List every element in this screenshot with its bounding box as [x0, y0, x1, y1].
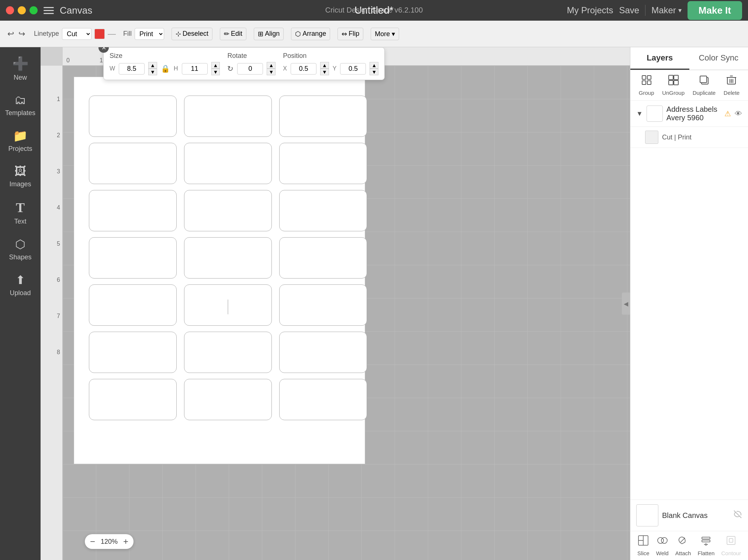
svg-rect-4 [669, 75, 673, 80]
layer-visibility-icon[interactable]: 👁 [735, 110, 742, 118]
svg-rect-23 [702, 540, 710, 542]
rotate-input[interactable] [237, 63, 263, 75]
blank-canvas-visibility-button[interactable] [733, 510, 742, 521]
blank-canvas-label: Blank Canvas [662, 511, 730, 520]
more-label: More ▾ [375, 30, 395, 38]
ungroup-button[interactable]: UnGroup [662, 75, 685, 96]
redo-button[interactable]: ↪ [17, 28, 27, 40]
linetype-select[interactable]: Cut [62, 28, 91, 40]
layers-toolbar: Group UnGroup [630, 70, 748, 101]
weld-button[interactable]: Weld [656, 535, 669, 556]
hamburger-menu-button[interactable] [42, 6, 55, 15]
duplicate-icon [699, 75, 710, 88]
y-decrement-button[interactable]: ▼ [370, 69, 378, 75]
blank-canvas-row[interactable]: Blank Canvas [630, 500, 748, 531]
attach-button[interactable]: Attach [675, 535, 691, 556]
canvas-side-handle[interactable]: ◀ [622, 293, 630, 315]
sub-layer-item[interactable]: Cut | Print [630, 127, 748, 148]
ruler-left-6: 6 [57, 277, 60, 283]
tab-layers[interactable]: Layers [630, 47, 689, 70]
fullscreen-traffic-light[interactable] [30, 6, 38, 14]
contour-button[interactable]: Contour [721, 535, 741, 556]
right-sidebar: Layers Color Sync Group [630, 47, 748, 560]
edit-button[interactable]: ✏ Edit [220, 28, 246, 40]
width-stepper: ▲ ▼ [148, 62, 157, 75]
height-decrement-button[interactable]: ▼ [211, 69, 220, 75]
sub-layer-thumbnail [645, 131, 658, 144]
make-it-button[interactable]: Make It [688, 1, 742, 20]
deselect-button[interactable]: ⊹ Deselect [172, 28, 212, 40]
tab-color-sync[interactable]: Color Sync [689, 47, 748, 70]
undo-button[interactable]: ↩ [6, 28, 15, 40]
duplicate-button[interactable]: Duplicate [693, 75, 716, 96]
x-increment-button[interactable]: ▲ [320, 62, 329, 69]
my-projects-button[interactable]: My Projects [567, 5, 613, 15]
sidebar-upload-label: Upload [10, 289, 31, 297]
ungroup-icon [668, 75, 679, 88]
x-decrement-button[interactable]: ▼ [320, 69, 329, 75]
sidebar-item-projects[interactable]: 📁 Projects [0, 123, 41, 159]
label-cell [279, 332, 367, 373]
y-increment-button[interactable]: ▲ [370, 62, 378, 69]
y-input[interactable] [340, 63, 366, 75]
attach-label: Attach [675, 550, 691, 556]
slice-button[interactable]: Slice [637, 535, 650, 556]
svg-rect-3 [647, 81, 651, 84]
flatten-label: Flatten [698, 550, 715, 556]
rotate-increment-button[interactable]: ▲ [267, 62, 276, 69]
delete-button[interactable]: Delete [724, 75, 740, 96]
save-button[interactable]: Save [619, 5, 639, 15]
canvas-area[interactable]: ✕ Size W ▲ ▼ 🔒 H ▲ ▼ [41, 47, 630, 560]
deselect-icon: ⊹ [176, 30, 181, 38]
ruler-left-5: 5 [57, 241, 60, 247]
sidebar-item-shapes[interactable]: ⬡ Shapes [0, 231, 41, 267]
align-button[interactable]: ⊞ Align [254, 28, 284, 40]
more-button[interactable]: More ▾ [371, 28, 399, 40]
fill-color-swatch[interactable] [94, 29, 105, 39]
lock-icon[interactable]: 🔒 [161, 64, 170, 73]
zoom-in-button[interactable]: + [123, 536, 128, 547]
align-label: Align [265, 30, 280, 38]
svg-rect-25 [727, 536, 735, 545]
position-label: Position [283, 52, 378, 60]
minimize-traffic-light[interactable] [18, 6, 26, 14]
flip-button[interactable]: ⇔ Flip [337, 28, 363, 40]
left-sidebar: ➕ New 🗂 Templates 📁 Projects 🖼 Images T … [0, 47, 41, 560]
fill-select[interactable]: Print [135, 28, 164, 40]
label-cell [184, 237, 272, 279]
rotate-decrement-button[interactable]: ▼ [267, 69, 276, 75]
sidebar-projects-label: Projects [8, 145, 32, 153]
sub-layer-name: Cut | Print [662, 134, 692, 141]
group-button[interactable]: Group [639, 75, 654, 96]
rotate-label: Rotate [227, 52, 276, 60]
width-decrement-button[interactable]: ▼ [148, 69, 157, 75]
position-group: Position X ▲ ▼ Y ▲ ▼ [283, 52, 378, 75]
sidebar-item-upload[interactable]: ⬆ Upload [0, 267, 41, 303]
width-increment-button[interactable]: ▲ [148, 62, 157, 69]
layer-expand-icon[interactable]: ▼ [636, 110, 643, 118]
svg-point-21 [661, 537, 667, 543]
height-stepper: ▲ ▼ [211, 62, 220, 75]
x-input[interactable] [291, 63, 316, 75]
templates-icon: 🗂 [14, 93, 26, 107]
flatten-button[interactable]: Flatten [698, 535, 715, 556]
sidebar-item-text[interactable]: T Text [0, 194, 41, 231]
close-traffic-light[interactable] [6, 6, 14, 14]
group-label: Group [639, 90, 654, 96]
label-cell [279, 190, 367, 231]
layer-item[interactable]: ▼ Address Labels Avery 5960 ⚠ 👁 [630, 101, 748, 127]
group-icon [641, 75, 652, 88]
canvas-content[interactable] [63, 66, 630, 560]
width-input[interactable] [119, 63, 145, 75]
height-increment-button[interactable]: ▲ [211, 62, 220, 69]
zoom-out-button[interactable]: − [90, 536, 95, 547]
arrange-button[interactable]: ⬡ Arrange [291, 28, 330, 40]
height-input[interactable] [182, 63, 208, 75]
maker-selector-button[interactable]: Maker ▾ [651, 5, 682, 15]
rotate-stepper: ▲ ▼ [267, 62, 276, 75]
titlebar-left: Canvas [6, 5, 92, 16]
label-cell [89, 332, 177, 373]
sidebar-item-new[interactable]: ➕ New [0, 50, 41, 87]
sidebar-item-images[interactable]: 🖼 Images [0, 159, 41, 194]
sidebar-item-templates[interactable]: 🗂 Templates [0, 87, 41, 123]
